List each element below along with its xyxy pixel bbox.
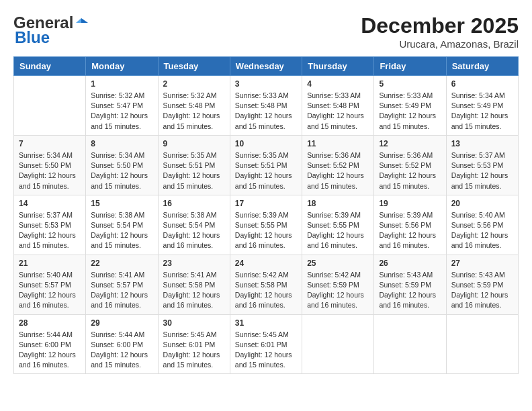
day-number: 4	[307, 79, 369, 89]
calendar-cell: 5Sunrise: 5:33 AM Sunset: 5:49 PM Daylig…	[374, 76, 446, 136]
day-number: 28	[19, 318, 81, 328]
day-info: Sunrise: 5:44 AM Sunset: 6:00 PM Dayligh…	[91, 330, 152, 371]
day-info: Sunrise: 5:43 AM Sunset: 5:59 PM Dayligh…	[379, 270, 441, 311]
calendar-week-row: 1Sunrise: 5:32 AM Sunset: 5:47 PM Daylig…	[14, 76, 519, 136]
calendar-cell: 2Sunrise: 5:32 AM Sunset: 5:48 PM Daylig…	[158, 76, 230, 136]
calendar-cell	[302, 314, 374, 374]
day-info: Sunrise: 5:40 AM Sunset: 5:56 PM Dayligh…	[451, 210, 513, 251]
weekday-header: Friday	[374, 57, 446, 76]
weekday-header: Wednesday	[230, 57, 302, 76]
day-number: 21	[19, 259, 81, 268]
day-number: 25	[307, 259, 369, 268]
day-number: 10	[235, 139, 297, 148]
day-number: 12	[379, 139, 441, 148]
day-number: 3	[235, 79, 297, 89]
calendar-cell: 11Sunrise: 5:36 AM Sunset: 5:52 PM Dayli…	[302, 135, 374, 195]
day-info: Sunrise: 5:32 AM Sunset: 5:47 PM Dayligh…	[91, 91, 152, 132]
day-info: Sunrise: 5:41 AM Sunset: 5:58 PM Dayligh…	[163, 270, 225, 311]
day-info: Sunrise: 5:34 AM Sunset: 5:49 PM Dayligh…	[451, 91, 513, 132]
svg-marker-1	[76, 18, 81, 23]
calendar-cell: 14Sunrise: 5:37 AM Sunset: 5:53 PM Dayli…	[14, 195, 86, 255]
day-number: 24	[235, 259, 297, 268]
calendar-cell: 10Sunrise: 5:35 AM Sunset: 5:51 PM Dayli…	[230, 135, 302, 195]
day-info: Sunrise: 5:44 AM Sunset: 6:00 PM Dayligh…	[19, 330, 81, 371]
day-info: Sunrise: 5:34 AM Sunset: 5:50 PM Dayligh…	[19, 150, 81, 191]
calendar-cell: 30Sunrise: 5:45 AM Sunset: 6:01 PM Dayli…	[158, 314, 230, 374]
day-number: 2	[163, 79, 225, 89]
calendar-cell: 31Sunrise: 5:45 AM Sunset: 6:01 PM Dayli…	[230, 314, 302, 374]
calendar-week-row: 14Sunrise: 5:37 AM Sunset: 5:53 PM Dayli…	[14, 195, 519, 255]
weekday-header: Monday	[86, 57, 158, 76]
day-number: 29	[91, 318, 152, 328]
day-info: Sunrise: 5:35 AM Sunset: 5:51 PM Dayligh…	[163, 150, 225, 191]
day-info: Sunrise: 5:41 AM Sunset: 5:57 PM Dayligh…	[91, 270, 152, 311]
calendar-cell: 20Sunrise: 5:40 AM Sunset: 5:56 PM Dayli…	[446, 195, 518, 255]
day-info: Sunrise: 5:37 AM Sunset: 5:53 PM Dayligh…	[451, 150, 513, 191]
calendar-cell	[446, 314, 518, 374]
calendar-week-row: 21Sunrise: 5:40 AM Sunset: 5:57 PM Dayli…	[14, 255, 519, 314]
calendar-cell: 9Sunrise: 5:35 AM Sunset: 5:51 PM Daylig…	[158, 135, 230, 195]
day-info: Sunrise: 5:42 AM Sunset: 5:58 PM Dayligh…	[235, 270, 297, 311]
calendar-cell	[374, 314, 446, 374]
day-info: Sunrise: 5:45 AM Sunset: 6:01 PM Dayligh…	[235, 330, 297, 371]
calendar-cell: 25Sunrise: 5:42 AM Sunset: 5:59 PM Dayli…	[302, 255, 374, 314]
day-info: Sunrise: 5:39 AM Sunset: 5:56 PM Dayligh…	[379, 210, 441, 251]
calendar-header: SundayMondayTuesdayWednesdayThursdayFrid…	[14, 57, 519, 76]
calendar-cell: 15Sunrise: 5:38 AM Sunset: 5:54 PM Dayli…	[86, 195, 158, 255]
day-info: Sunrise: 5:36 AM Sunset: 5:52 PM Dayligh…	[379, 150, 441, 191]
calendar-cell: 3Sunrise: 5:33 AM Sunset: 5:48 PM Daylig…	[230, 76, 302, 136]
calendar-cell: 6Sunrise: 5:34 AM Sunset: 5:49 PM Daylig…	[446, 76, 518, 136]
day-number: 18	[307, 199, 369, 208]
day-number: 5	[379, 79, 441, 89]
day-number: 11	[307, 139, 369, 148]
day-number: 31	[235, 318, 297, 328]
location: Urucara, Amazonas, Brazil	[361, 38, 519, 50]
calendar-cell: 16Sunrise: 5:38 AM Sunset: 5:54 PM Dayli…	[158, 195, 230, 255]
calendar-cell: 13Sunrise: 5:37 AM Sunset: 5:53 PM Dayli…	[446, 135, 518, 195]
calendar-cell	[14, 76, 86, 136]
day-number: 23	[163, 259, 225, 268]
calendar-cell: 29Sunrise: 5:44 AM Sunset: 6:00 PM Dayli…	[86, 314, 158, 374]
weekday-header: Thursday	[302, 57, 374, 76]
day-number: 13	[451, 139, 513, 148]
calendar-cell: 26Sunrise: 5:43 AM Sunset: 5:59 PM Dayli…	[374, 255, 446, 314]
day-number: 1	[91, 79, 152, 89]
calendar-cell: 18Sunrise: 5:39 AM Sunset: 5:55 PM Dayli…	[302, 195, 374, 255]
calendar-cell: 7Sunrise: 5:34 AM Sunset: 5:50 PM Daylig…	[14, 135, 86, 195]
day-info: Sunrise: 5:36 AM Sunset: 5:52 PM Dayligh…	[307, 150, 369, 191]
weekday-row: SundayMondayTuesdayWednesdayThursdayFrid…	[14, 57, 519, 76]
day-info: Sunrise: 5:40 AM Sunset: 5:57 PM Dayligh…	[19, 270, 81, 311]
calendar-cell: 12Sunrise: 5:36 AM Sunset: 5:52 PM Dayli…	[374, 135, 446, 195]
calendar-cell: 19Sunrise: 5:39 AM Sunset: 5:56 PM Dayli…	[374, 195, 446, 255]
calendar-cell: 23Sunrise: 5:41 AM Sunset: 5:58 PM Dayli…	[158, 255, 230, 314]
logo: General Blue	[13, 13, 89, 47]
calendar-week-row: 7Sunrise: 5:34 AM Sunset: 5:50 PM Daylig…	[14, 135, 519, 195]
weekday-header: Sunday	[14, 57, 86, 76]
day-info: Sunrise: 5:38 AM Sunset: 5:54 PM Dayligh…	[163, 210, 225, 251]
calendar-cell: 8Sunrise: 5:34 AM Sunset: 5:50 PM Daylig…	[86, 135, 158, 195]
day-info: Sunrise: 5:33 AM Sunset: 5:48 PM Dayligh…	[235, 91, 297, 132]
day-info: Sunrise: 5:33 AM Sunset: 5:49 PM Dayligh…	[379, 91, 441, 132]
day-number: 27	[451, 259, 513, 268]
day-number: 17	[235, 199, 297, 208]
day-number: 20	[451, 199, 513, 208]
logo-bird-icon	[75, 16, 88, 30]
calendar-cell: 21Sunrise: 5:40 AM Sunset: 5:57 PM Dayli…	[14, 255, 86, 314]
calendar-cell: 28Sunrise: 5:44 AM Sunset: 6:00 PM Dayli…	[14, 314, 86, 374]
day-info: Sunrise: 5:38 AM Sunset: 5:54 PM Dayligh…	[91, 210, 152, 251]
day-info: Sunrise: 5:34 AM Sunset: 5:50 PM Dayligh…	[91, 150, 152, 191]
calendar-week-row: 28Sunrise: 5:44 AM Sunset: 6:00 PM Dayli…	[14, 314, 519, 374]
calendar-cell: 24Sunrise: 5:42 AM Sunset: 5:58 PM Dayli…	[230, 255, 302, 314]
calendar-body: 1Sunrise: 5:32 AM Sunset: 5:47 PM Daylig…	[14, 76, 519, 374]
calendar-cell: 4Sunrise: 5:33 AM Sunset: 5:48 PM Daylig…	[302, 76, 374, 136]
day-info: Sunrise: 5:33 AM Sunset: 5:48 PM Dayligh…	[307, 91, 369, 132]
calendar-cell: 1Sunrise: 5:32 AM Sunset: 5:47 PM Daylig…	[86, 76, 158, 136]
day-number: 8	[91, 139, 152, 148]
month-title: December 2025	[361, 13, 519, 38]
calendar-table: SundayMondayTuesdayWednesdayThursdayFrid…	[13, 56, 519, 374]
day-info: Sunrise: 5:43 AM Sunset: 5:59 PM Dayligh…	[451, 270, 513, 311]
day-info: Sunrise: 5:39 AM Sunset: 5:55 PM Dayligh…	[307, 210, 369, 251]
day-number: 22	[91, 259, 152, 268]
calendar-cell: 27Sunrise: 5:43 AM Sunset: 5:59 PM Dayli…	[446, 255, 518, 314]
day-info: Sunrise: 5:45 AM Sunset: 6:01 PM Dayligh…	[163, 330, 225, 371]
